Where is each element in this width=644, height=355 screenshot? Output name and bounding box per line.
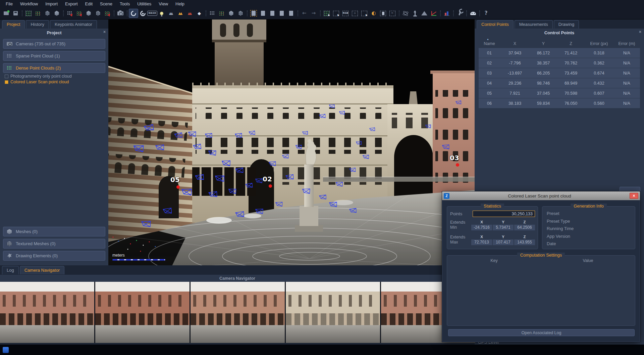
document-add-button[interactable]: [258, 9, 268, 18]
save-project-button[interactable]: [11, 9, 20, 18]
tab-log[interactable]: Log: [2, 266, 19, 274]
mesh-button[interactable]: [52, 9, 61, 18]
report-chart-button[interactable]: [442, 9, 451, 18]
control-point-row[interactable]: 04 29.236 98.746 69.949 0.432 N/A: [479, 78, 640, 88]
tree-item-laser-scan-cloud[interactable]: Colored Laser Scan point cloud: [5, 80, 108, 84]
control-point-row[interactable]: 06 38.183 59.834 76.050 0.560 N/A: [479, 98, 640, 108]
select-shape-button[interactable]: ◇: [350, 9, 360, 18]
tab-camera-navigator[interactable]: Camera Navigator: [20, 266, 65, 274]
menu-item[interactable]: Tools: [116, 1, 133, 7]
control-point-row[interactable]: 01 37.943 86.172 71.412 0.318 N/A: [479, 48, 640, 58]
rotate-around-point-button[interactable]: [138, 9, 148, 18]
show-sparse-button[interactable]: [208, 9, 217, 18]
menu-item[interactable]: Edit: [82, 1, 96, 7]
control-point-tool-button[interactable]: [410, 9, 420, 18]
camera-thumbnail[interactable]: [0, 282, 94, 343]
open-associated-log-button[interactable]: Open Associated Log: [448, 329, 635, 336]
textured-mesh-button[interactable]: [93, 9, 103, 18]
points-value-field[interactable]: 30,250,133: [473, 211, 535, 217]
dense-marker-button[interactable]: [74, 9, 84, 18]
close-icon[interactable]: ×: [103, 30, 106, 34]
dialog-title-bar[interactable]: Z Colored Laser Scan point cloud ×: [442, 191, 640, 200]
flat-shading-button[interactable]: ▲▲: [166, 9, 176, 18]
sidebar-item-textured-meshes[interactable]: Textured Meshes (0): [3, 239, 105, 249]
column-header[interactable]: Y: [530, 41, 557, 46]
edit-points-button[interactable]: [331, 9, 341, 18]
show-mesh-button[interactable]: [226, 9, 236, 18]
close-icon[interactable]: ×: [639, 30, 641, 34]
delete-points-button[interactable]: [360, 9, 369, 18]
column-header[interactable]: Error (px): [585, 41, 613, 46]
tab-history[interactable]: History: [26, 20, 49, 29]
show-dense-button[interactable]: [217, 9, 226, 18]
rgb-filter-button[interactable]: RGB: [341, 9, 350, 18]
document-zoom-button[interactable]: [277, 9, 286, 18]
checkbox-checked[interactable]: [5, 80, 8, 84]
control-point-dot[interactable]: [456, 163, 459, 167]
dialog-close-button[interactable]: ×: [630, 193, 638, 199]
wireframe-shading-button[interactable]: ▲▲: [185, 9, 195, 18]
textured-shading-button[interactable]: ▲▲: [176, 9, 185, 18]
show-textured-button[interactable]: [236, 9, 245, 18]
tab-measurements[interactable]: Measurements: [515, 20, 553, 29]
control-point-row[interactable]: 03 -13.697 66.205 73.459 0.674 N/A: [479, 68, 640, 78]
sidebar-item-dense-point-clouds[interactable]: Dense Point Clouds (2): [3, 63, 105, 73]
menu-item[interactable]: Workflow: [16, 1, 42, 7]
sort-ascending-icon[interactable]: ▲: [487, 38, 489, 40]
help-button[interactable]: ?: [481, 9, 491, 18]
menu-item[interactable]: Help: [172, 1, 188, 7]
copy-selection-button[interactable]: [378, 9, 388, 18]
sparse-point-cloud-button[interactable]: [33, 9, 43, 18]
camera-thumbnail[interactable]: [95, 282, 190, 343]
lighting-button[interactable]: [157, 9, 166, 18]
menu-item[interactable]: Import: [42, 1, 61, 7]
sparse-marker-button[interactable]: [65, 9, 74, 18]
view-images-button[interactable]: [24, 9, 33, 18]
sidebar-item-sparse-point-cloud[interactable]: Sparse Point Cloud (1): [3, 51, 105, 61]
redo-button[interactable]: →: [309, 9, 318, 18]
sidebar-item-cameras[interactable]: Cameras (735 out of 735): [3, 39, 105, 49]
tab-keypoints-animator[interactable]: Keypoints Animator: [50, 20, 97, 29]
points-marker-button[interactable]: [103, 9, 112, 18]
tab-project[interactable]: Project: [2, 20, 25, 29]
menu-item[interactable]: Utilities: [133, 1, 155, 7]
laser-scan-properties-dialog[interactable]: Z Colored Laser Scan point cloud × Stati…: [442, 191, 640, 342]
invert-selection-button[interactable]: ◐: [369, 9, 378, 18]
import-document-button[interactable]: [249, 9, 258, 18]
plane-tool-button[interactable]: [420, 9, 429, 18]
control-point-row[interactable]: 05 7.921 37.045 70.598 0.607 N/A: [479, 88, 640, 98]
orbit-mode-button[interactable]: [129, 9, 138, 18]
sidebar-item-drawing-elements[interactable]: Drawing Elements (0): [3, 251, 105, 261]
camera-thumbnail[interactable]: [191, 282, 285, 343]
undo-button[interactable]: ←: [300, 9, 309, 18]
select-points-button[interactable]: [322, 9, 331, 18]
column-header[interactable]: Z: [557, 41, 585, 46]
column-header[interactable]: Name: [479, 41, 500, 46]
gem-render-button[interactable]: ◆: [195, 9, 204, 18]
camera-thumbnail[interactable]: [286, 282, 380, 343]
sidebar-item-meshes[interactable]: Meshes (0): [3, 227, 105, 236]
wasd-mode-button[interactable]: WASD: [148, 9, 157, 18]
menu-item[interactable]: File: [2, 1, 16, 7]
tab-control-points[interactable]: Control Points: [477, 20, 514, 29]
orbit-gizmo-button[interactable]: [401, 9, 410, 18]
settings-wrench-button[interactable]: [455, 9, 465, 18]
document-power-button[interactable]: [286, 9, 296, 18]
menu-item[interactable]: Export: [61, 1, 82, 7]
3d-viewport[interactable]: 050203 meters: [108, 19, 475, 265]
new-project-button[interactable]: [1, 9, 11, 18]
mesh-solid-button[interactable]: [84, 9, 93, 18]
menu-item[interactable]: View: [155, 1, 172, 7]
control-point-row[interactable]: 02 -7.796 38.357 70.762 0.362 N/A: [479, 58, 640, 68]
cut-selection-button[interactable]: ✂: [388, 9, 397, 18]
screenshot-camera-button[interactable]: [116, 9, 125, 18]
menu-item[interactable]: Scene: [96, 1, 116, 7]
document-run-button[interactable]: [268, 9, 277, 18]
column-header[interactable]: X: [500, 41, 530, 46]
control-point-dot[interactable]: [269, 184, 272, 188]
tree-item-photogrammetry-cloud[interactable]: Photogrammetry only point cloud: [5, 74, 108, 79]
control-point-dot[interactable]: [176, 185, 180, 189]
tab-drawing[interactable]: Drawing: [554, 20, 579, 29]
column-header[interactable]: Error (m): [613, 41, 640, 46]
checkbox-unchecked[interactable]: [5, 75, 8, 78]
